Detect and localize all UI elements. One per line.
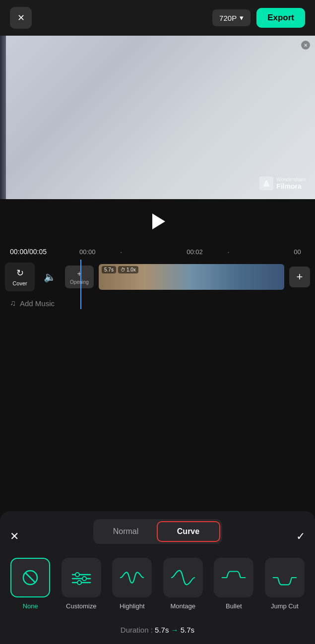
svg-point-7 xyxy=(82,577,86,581)
curve-montage-item[interactable]: Montage xyxy=(163,558,203,610)
cover-button[interactable]: ↻ Cover xyxy=(5,263,35,291)
cover-label: Cover xyxy=(12,280,27,286)
ruler-dot-1: · xyxy=(121,248,123,256)
timeline-container: 00:00/00:05 00:00 · 00:02 · 00 ↻ Cover 🔈… xyxy=(0,244,315,308)
strip-speed-badge: ⏱ 1.0x xyxy=(118,266,138,273)
timeline-ruler: 00:00/00:05 00:00 · 00:02 · 00 xyxy=(0,244,315,260)
normal-mode-button[interactable]: Normal xyxy=(95,522,157,541)
curve-mode-button[interactable]: Curve xyxy=(157,521,220,542)
svg-line-2 xyxy=(25,573,35,583)
curve-jumpcut-icon-box xyxy=(265,558,305,597)
opening-button[interactable]: + Opening xyxy=(65,266,94,288)
svg-marker-0 xyxy=(263,180,269,186)
ruler-dot-2: · xyxy=(228,248,230,256)
curve-none-icon-box xyxy=(10,558,50,597)
mode-switcher: Normal Curve xyxy=(93,519,222,544)
curve-highlight-label: Highlight xyxy=(120,602,145,610)
play-button[interactable] xyxy=(147,211,169,232)
timeline-tracks: ↻ Cover 🔈 + Opening 5.7s ⏱ 1.0x + xyxy=(0,260,315,294)
add-music-label: Add Music xyxy=(20,299,55,308)
top-bar: ✕ 720P ▾ Export xyxy=(0,0,315,36)
curve-customize-label: Customize xyxy=(66,602,96,610)
curve-customize-item[interactable]: Customize xyxy=(62,558,101,610)
bottom-panel: ✕ Normal Curve ✓ None xyxy=(0,511,315,644)
filmora-watermark: Wondershare Filmora xyxy=(259,176,306,190)
montage-icon xyxy=(171,569,195,587)
quality-selector[interactable]: 720P ▾ xyxy=(212,9,251,26)
bullet-icon xyxy=(221,569,246,587)
curve-bullet-label: Bullet xyxy=(226,602,242,610)
filmora-logo-icon xyxy=(259,176,273,190)
add-clip-button[interactable]: + xyxy=(289,267,310,287)
curve-jumpcut-item[interactable]: Jump Cut xyxy=(265,558,305,610)
curve-highlight-item[interactable]: Highlight xyxy=(112,558,152,610)
speed-icon: ⏱ xyxy=(121,267,126,272)
export-button[interactable]: Export xyxy=(256,8,305,28)
curve-none-item[interactable]: None xyxy=(10,558,50,610)
music-icon: ♫ xyxy=(10,299,16,308)
curve-jumpcut-label: Jump Cut xyxy=(271,602,299,610)
ruler-mark-2: 00 xyxy=(294,248,301,256)
customize-icon xyxy=(70,569,92,587)
none-icon xyxy=(21,569,39,587)
curve-bullet-item[interactable]: Bullet xyxy=(214,558,253,610)
highlight-icon xyxy=(120,569,144,587)
playback-area xyxy=(0,199,315,244)
svg-point-6 xyxy=(75,573,79,577)
curve-customize-icon-box xyxy=(62,558,101,597)
video-strip[interactable]: 5.7s ⏱ 1.0x xyxy=(99,264,284,290)
confirm-button[interactable]: ✓ xyxy=(296,530,305,543)
timeline-needle xyxy=(80,260,81,309)
curve-options: None Customize xyxy=(0,558,315,620)
play-triangle-icon xyxy=(152,214,165,229)
ruler-mark-0: 00:00 xyxy=(79,248,96,256)
curve-montage-label: Montage xyxy=(170,602,195,610)
filmora-brand-text: Wondershare Filmora xyxy=(276,177,306,190)
duration-bar: Duration : 5.7s → 5.7s xyxy=(0,620,315,644)
jumpcut-icon xyxy=(272,569,297,587)
watermark-close-button[interactable]: ✕ xyxy=(301,41,310,50)
time-display: 00:00/00:05 xyxy=(10,248,47,256)
ruler-marks: 00:00 · 00:02 · 00 xyxy=(79,244,315,260)
volume-icon: 🔈 xyxy=(44,271,56,282)
curve-bullet-icon-box xyxy=(214,558,253,597)
curve-montage-icon-box xyxy=(163,558,203,597)
cancel-button[interactable]: ✕ xyxy=(10,530,19,543)
strip-overlay: 5.7s ⏱ 1.0x xyxy=(102,266,138,273)
top-right-controls: 720P ▾ Export xyxy=(212,8,305,28)
add-music-button[interactable]: ♫ Add Music xyxy=(0,294,315,312)
strip-time-badge: 5.7s xyxy=(102,266,116,273)
video-preview: ✕ Wondershare Filmora xyxy=(0,36,315,199)
close-button[interactable]: ✕ xyxy=(10,7,32,29)
ruler-mark-1: 00:02 xyxy=(187,248,203,256)
volume-button[interactable]: 🔈 xyxy=(40,267,60,287)
opening-label: Opening xyxy=(70,279,89,285)
curve-none-label: None xyxy=(23,602,38,610)
curve-highlight-icon-box xyxy=(112,558,152,597)
svg-point-8 xyxy=(77,581,81,585)
refresh-icon: ↻ xyxy=(16,268,24,278)
